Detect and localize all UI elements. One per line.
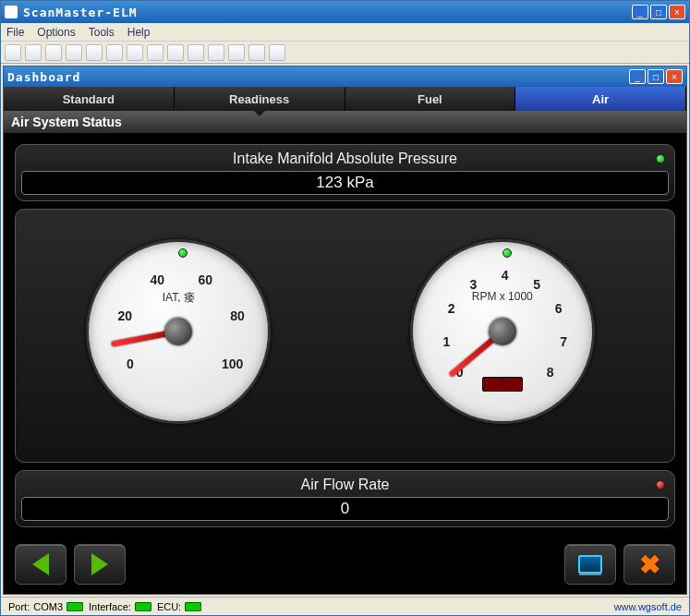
tab-readiness[interactable]: Readiness xyxy=(175,87,345,111)
dash-maximize-button[interactable]: □ xyxy=(648,69,664,84)
toolbar-button[interactable] xyxy=(248,44,265,61)
prev-button[interactable] xyxy=(15,544,67,585)
panel-title: Air Flow Rate xyxy=(21,477,669,493)
panel-gauges: IAT, 瘘 020406080100 RPM x 1000 012 xyxy=(15,209,675,463)
close-icon: ✖ xyxy=(639,550,660,580)
panel-intake-pressure: Intake Manifold Absolute Pressure 123 kP… xyxy=(15,144,675,201)
dashboard-bottom-bar: ✖ xyxy=(4,538,686,594)
status-ecu-led xyxy=(185,602,201,611)
panel-title: Intake Manifold Absolute Pressure xyxy=(21,151,669,167)
gauge-tick-label: 6 xyxy=(545,301,573,316)
status-interface-led xyxy=(135,602,151,611)
toolbar-button[interactable] xyxy=(147,44,163,61)
next-button[interactable] xyxy=(74,544,126,585)
status-port-value: COM3 xyxy=(33,601,63,612)
toolbar-button[interactable] xyxy=(167,44,184,61)
app-title: ScanMaster-ELM xyxy=(23,6,632,19)
gauge-iat-label: IAT, 瘘 xyxy=(89,290,268,306)
dash-close-button[interactable]: × xyxy=(666,69,683,84)
cancel-button[interactable]: ✖ xyxy=(623,544,675,585)
monitor-button[interactable] xyxy=(564,544,616,585)
tab-air[interactable]: Air xyxy=(515,87,686,111)
dashboard-titlebar: Dashboard _ □ × xyxy=(4,66,686,87)
panel-value: 123 kPa xyxy=(21,171,669,195)
toolbar-button[interactable] xyxy=(86,44,103,61)
gauge-tick-label: 4 xyxy=(491,268,519,283)
gauge-iat: IAT, 瘘 020406080100 xyxy=(86,239,280,433)
statusbar: Port: COM3 Interface: ECU: www.wgsoft.de xyxy=(1,597,689,615)
menu-help[interactable]: Help xyxy=(127,26,151,39)
minimize-button[interactable]: _ xyxy=(632,5,648,19)
app-icon xyxy=(5,6,18,18)
toolbar-button[interactable] xyxy=(228,44,245,61)
gauge-rpm: RPM x 1000 012345678 0 xyxy=(410,239,604,433)
app-window: ScanMaster-ELM _ □ × File Options Tools … xyxy=(0,0,690,616)
gauge-tick-label: 3 xyxy=(459,277,487,292)
app-titlebar: ScanMaster-ELM _ □ × xyxy=(1,1,689,23)
maximize-button[interactable]: □ xyxy=(650,5,667,19)
tab-standard[interactable]: Standard xyxy=(4,87,175,111)
gauge-hub xyxy=(489,318,516,345)
status-port-led xyxy=(67,602,83,611)
gauge-rpm-led xyxy=(502,248,512,258)
close-button[interactable]: × xyxy=(669,5,685,19)
gauge-iat-led xyxy=(178,248,188,258)
toolbar-button[interactable] xyxy=(269,44,285,61)
menu-file[interactable]: File xyxy=(6,26,24,39)
dashboard-window: Dashboard _ □ × Standard Readiness Fuel … xyxy=(3,66,687,595)
toolbar xyxy=(1,42,689,64)
gauge-tick-label: 2 xyxy=(438,301,466,316)
menu-tools[interactable]: Tools xyxy=(89,26,115,39)
menubar: File Options Tools Help xyxy=(1,23,689,42)
status-port-label: Port: xyxy=(8,601,30,612)
dashboard-tabs: Standard Readiness Fuel Air xyxy=(4,87,686,111)
dashboard-body: Standard Readiness Fuel Air Air System S… xyxy=(4,87,686,594)
toolbar-button[interactable] xyxy=(5,44,21,61)
gauge-tick-label: 7 xyxy=(550,334,577,349)
gauge-tick-label: 20 xyxy=(111,308,139,323)
toolbar-button[interactable] xyxy=(66,44,82,61)
gauge-tick-label: 100 xyxy=(219,356,247,371)
gauge-hub xyxy=(164,318,192,345)
toolbar-button[interactable] xyxy=(188,44,204,61)
gauge-tick-label: 0 xyxy=(116,356,144,371)
arrow-right-icon xyxy=(91,553,108,575)
menu-options[interactable]: Options xyxy=(37,26,75,39)
status-led-red xyxy=(656,480,665,489)
window-controls: _ □ × xyxy=(632,5,685,19)
gauge-tick-label: 1 xyxy=(432,334,460,349)
gauge-tick-label: 8 xyxy=(537,365,564,380)
gauge-rpm-digital: 0 xyxy=(482,377,523,392)
panel-air-flow: Air Flow Rate 0 xyxy=(15,470,675,527)
sub-header: Air System Status xyxy=(4,111,686,133)
gauge-rpm-label: RPM x 1000 xyxy=(413,290,592,303)
gauge-tick-label: 5 xyxy=(523,277,551,292)
toolbar-button[interactable] xyxy=(127,44,143,61)
status-interface-label: Interface: xyxy=(89,601,131,612)
dash-minimize-button[interactable]: _ xyxy=(629,69,646,84)
panel-value: 0 xyxy=(21,497,669,521)
status-led-green xyxy=(656,154,665,163)
dashboard-title: Dashboard xyxy=(7,70,629,84)
monitor-icon xyxy=(578,555,602,574)
status-link[interactable]: www.wgsoft.de xyxy=(614,601,682,612)
tab-fuel[interactable]: Fuel xyxy=(345,87,516,111)
dashboard-main: Intake Manifold Absolute Pressure 123 kP… xyxy=(4,133,686,538)
toolbar-button[interactable] xyxy=(208,44,224,61)
dashboard-client-area: Dashboard _ □ × Standard Readiness Fuel … xyxy=(1,64,689,597)
toolbar-button[interactable] xyxy=(106,44,123,61)
gauge-tick-label: 60 xyxy=(191,272,219,287)
arrow-left-icon xyxy=(32,553,49,575)
gauge-tick-label: 80 xyxy=(224,308,251,323)
toolbar-button[interactable] xyxy=(25,44,42,61)
status-ecu-label: ECU: xyxy=(157,601,181,612)
gauge-tick-label: 40 xyxy=(143,272,171,287)
toolbar-button[interactable] xyxy=(45,44,62,61)
